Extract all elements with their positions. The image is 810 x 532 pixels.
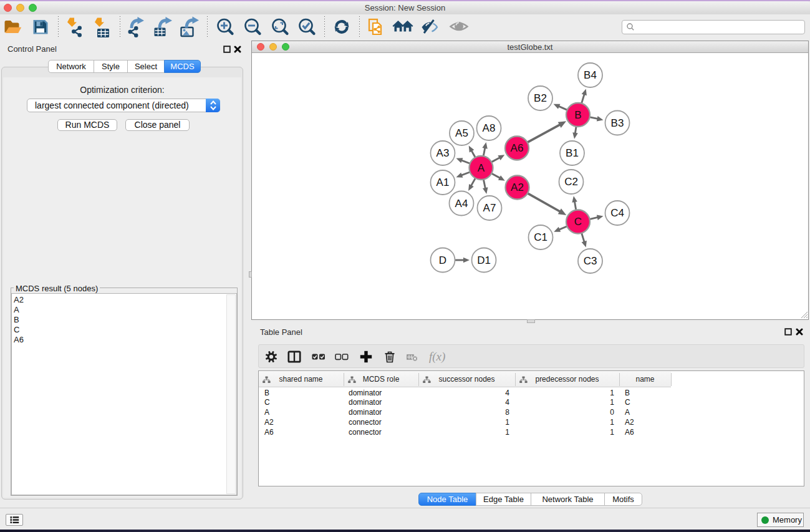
svg-text:C2: C2 (564, 176, 578, 188)
svg-text:C4: C4 (610, 207, 624, 219)
svg-text:B: B (574, 109, 581, 121)
svg-text:A5: A5 (455, 127, 468, 139)
svg-text:C3: C3 (584, 255, 597, 267)
svg-text:A6: A6 (511, 142, 524, 154)
svg-text:A1: A1 (436, 177, 450, 188)
svg-text:D: D (439, 254, 446, 266)
svg-text:A: A (478, 162, 485, 174)
svg-text:A2: A2 (511, 181, 524, 193)
svg-text:A8: A8 (483, 122, 496, 134)
svg-text:B1: B1 (566, 147, 579, 159)
svg-text:D1: D1 (477, 254, 491, 266)
svg-text:A4: A4 (455, 198, 468, 210)
svg-text:A3: A3 (436, 147, 450, 159)
svg-text:B4: B4 (584, 69, 597, 81)
svg-text:C: C (574, 216, 582, 228)
svg-text:A7: A7 (483, 202, 496, 214)
svg-text:B2: B2 (534, 92, 547, 104)
svg-text:C1: C1 (534, 231, 547, 243)
svg-text:B3: B3 (611, 117, 624, 129)
